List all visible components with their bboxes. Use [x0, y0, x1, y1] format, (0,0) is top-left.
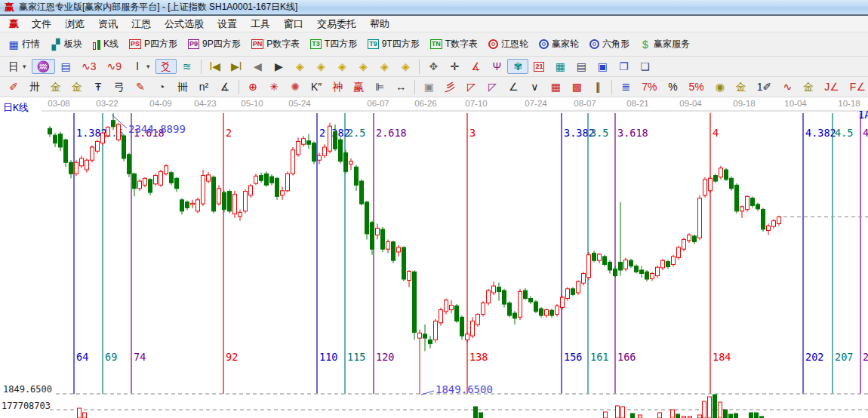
calendar-21-button[interactable]: 21 [528, 60, 549, 74]
menu-item-9[interactable]: 帮助 [363, 16, 396, 32]
angle-measure-button[interactable]: ∡ [465, 59, 486, 74]
candle-body [59, 134, 63, 147]
fan-rays-button[interactable]: 彡 [439, 79, 460, 94]
candle-body [434, 321, 438, 340]
ying-lines-button[interactable]: 赢 [348, 79, 369, 94]
pattern-tool-button[interactable]: ♒ [32, 59, 55, 74]
wave-3-button[interactable]: ∿3 [76, 59, 102, 74]
f-grid-button[interactable]: Ŧ [88, 79, 109, 94]
gann-wheel-button[interactable]: 江恩轮 [483, 35, 534, 53]
gann-count-label: 161 [590, 351, 608, 363]
box-drag-button[interactable]: ▣ [418, 79, 439, 94]
menu-item-0[interactable]: 文件 [25, 16, 58, 32]
comb-dense-button[interactable]: 卌 [172, 79, 193, 94]
diamond-shift-left-button[interactable]: ◈ [289, 59, 310, 74]
gold-grid-2-button[interactable]: 金 [66, 79, 88, 94]
percent-5-button[interactable]: 5% [684, 79, 709, 94]
menu-item-3[interactable]: 江恩 [125, 16, 158, 32]
ladder-lines-button[interactable]: ≣ [615, 79, 636, 94]
t-square-button[interactable]: T3T四方形 [305, 35, 362, 53]
hand-tool-button[interactable]: ✥ [423, 59, 444, 74]
web-grid-button[interactable]: ✺ [285, 79, 306, 94]
winner-wheel-button[interactable]: 赢家轮 [534, 35, 584, 53]
period-k-dropdown-button[interactable]: 日▾ [3, 59, 32, 74]
diamond-compress-button[interactable]: ◈ [352, 59, 374, 74]
diamond-shift-right-button[interactable]: ◈ [310, 59, 331, 74]
p-number-table-button[interactable]: PNP数字表 [246, 35, 306, 53]
angle-wing-button[interactable]: ∡ [214, 79, 235, 94]
candle-body [170, 173, 174, 183]
parallel-lines-button[interactable]: ∥ [587, 79, 608, 94]
calculator-button[interactable]: ▦ [549, 59, 571, 74]
spiral-tool-button[interactable]: 弓 [109, 79, 130, 94]
gold-underline-button[interactable]: 金 [798, 79, 819, 94]
one-brush-button[interactable]: 1✐ [752, 79, 777, 94]
menu-item-4[interactable]: 公式选股 [158, 16, 211, 32]
price-grid-button[interactable]: ▦ [545, 79, 566, 94]
angle-fan-button[interactable]: ∠ [503, 79, 524, 94]
last-bar-icon: ▶ǀ [231, 61, 242, 72]
percent-button[interactable]: % [663, 79, 684, 94]
candle-style-dropdown-button[interactable]: ǀ▾ [127, 59, 155, 74]
fan-box-purple-button[interactable]: ◸ [482, 79, 503, 94]
diamond-fit-button[interactable]: ◈ [395, 59, 416, 74]
price-grid-arrow-button[interactable]: ▩ [566, 79, 587, 94]
info-panel-button[interactable]: ▤ [55, 59, 76, 74]
remote-pc-button[interactable]: ❏ [634, 59, 655, 74]
gold-levels-button[interactable]: 金 [731, 79, 752, 94]
profile-histogram-button[interactable]: ≋ [177, 59, 198, 74]
gann-pattern-button[interactable]: 爻 [155, 59, 177, 74]
width-measure-button[interactable]: ↔ [390, 79, 411, 94]
grid-comb-button[interactable]: 卅 [24, 79, 45, 94]
percent-7-button[interactable]: 7% [636, 79, 662, 94]
dual-view-button[interactable]: ❐ [613, 59, 634, 74]
k-mark-button[interactable]: Κ″ [306, 79, 327, 94]
menu-item-5[interactable]: 设置 [211, 16, 244, 32]
first-bar-button[interactable]: ǀ◀ [205, 59, 226, 74]
prev-bar-button[interactable]: ◀ [247, 59, 268, 74]
candle-body [408, 271, 411, 280]
filter-tool-button[interactable]: Ψ [486, 59, 507, 74]
menu-item-7[interactable]: 窗口 [277, 16, 310, 32]
diamond-expand-button[interactable]: ◈ [331, 59, 352, 74]
sectors-button[interactable]: ▞板块 [45, 35, 88, 53]
ruler-pen-button[interactable]: ✎ [130, 79, 151, 94]
quotes-button[interactable]: ▦行情 [3, 35, 45, 53]
menu-item-8[interactable]: 交易委托 [310, 16, 363, 32]
j-angle-button[interactable]: J∠ [819, 79, 845, 94]
gold-grid-1-button[interactable]: 金 [45, 79, 66, 94]
kline-button[interactable]: K线 [88, 35, 124, 53]
cycle-circle-button[interactable]: ◔ [151, 79, 172, 94]
crosshair-tool-button[interactable]: ✛ [444, 59, 465, 74]
diamond-pan-button[interactable]: ◈ [374, 59, 395, 74]
9p-square-button[interactable]: P99P四方形 [183, 35, 246, 53]
last-bar-button[interactable]: ▶ǀ [226, 59, 247, 74]
brush-tool-button[interactable]: ✐ [3, 79, 24, 94]
menu-item-2[interactable]: 资讯 [91, 16, 125, 32]
hexagon-button[interactable]: 六角形 [584, 35, 635, 53]
target-cross-button[interactable]: ⊕ [242, 79, 263, 94]
9t-square-button[interactable]: T99T四方形 [362, 35, 425, 53]
ruler-123-button[interactable]: ⊫ [369, 79, 390, 94]
winner-service-button[interactable]: $赢家服务 [635, 35, 695, 53]
shen-lines-button[interactable]: 神 [327, 79, 348, 94]
menu-item-1[interactable]: 浏览 [58, 16, 91, 32]
notes-button[interactable]: ▤ [571, 59, 592, 74]
gann-ratio-label: 2 [226, 127, 232, 139]
menu-item-6[interactable]: 工具 [244, 16, 277, 32]
f-angle-button[interactable]: F∠ [845, 79, 868, 94]
p-square-button[interactable]: PSP四方形 [124, 35, 183, 53]
save-button[interactable]: ▣ [592, 59, 613, 74]
star-grid-button[interactable]: ✳ [263, 79, 285, 94]
v-wave-button[interactable]: ∨ [524, 79, 545, 94]
wave-9-button[interactable]: ∿9 [102, 59, 128, 74]
next-bar-button[interactable]: ▶ [268, 59, 289, 74]
gold-circle-button[interactable]: ◉ [709, 79, 731, 94]
fan-box-red-button[interactable]: ◸ [460, 79, 482, 94]
n-squared-button[interactable]: n² [193, 79, 214, 94]
wave-a-button[interactable]: ∿ [777, 79, 798, 94]
t-number-table-button[interactable]: TNT数字表 [425, 35, 483, 53]
net-tool-button[interactable]: ✾ [507, 59, 528, 74]
price-grid-arrow-icon: ▩ [571, 81, 582, 92]
profile-histogram-icon: ≋ [182, 61, 192, 72]
